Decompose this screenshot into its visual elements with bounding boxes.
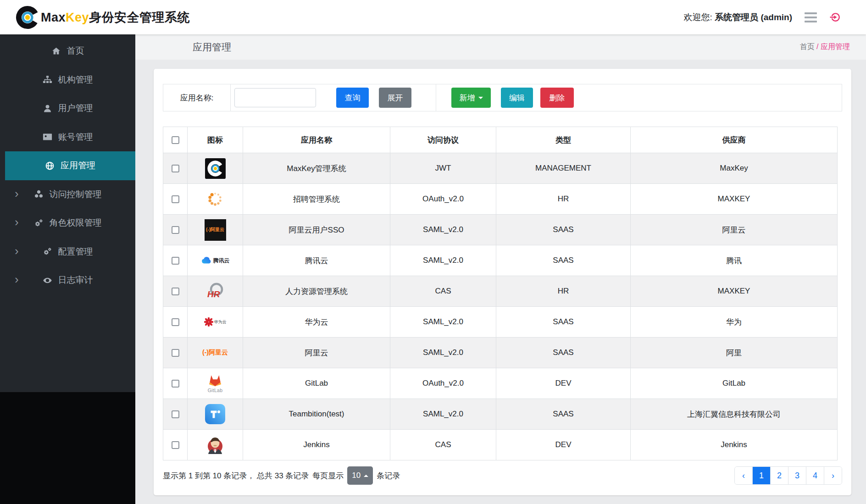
sidebar-item-home[interactable]: 首页 <box>0 37 135 66</box>
row-checkbox[interactable] <box>172 410 179 418</box>
pagination-prev[interactable]: ‹ <box>735 467 752 484</box>
vendor-cell: Jenkins <box>631 430 838 460</box>
type-cell: SAAS <box>496 245 631 276</box>
add-button[interactable]: 新增 <box>451 88 491 108</box>
vendor-cell: MaxKey <box>631 153 838 184</box>
table-row: HR人力资源管理系统CASHRMAXKEY <box>163 276 838 307</box>
tencent-cloud-icon: 腾讯云 <box>188 256 243 265</box>
row-checkbox[interactable] <box>172 380 179 388</box>
pagination-page-3[interactable]: 3 <box>788 467 806 484</box>
table-row: Teambition(test)SAML_v2.0SAAS上海汇翼信息科技有限公… <box>163 399 838 430</box>
table-header-row: 图标 应用名称 访问协议 类型 供应商 <box>163 127 838 153</box>
sidebar-item-label: 首页 <box>67 45 84 57</box>
sidebar-item-label: 应用管理 <box>61 160 95 172</box>
pagination-page-2[interactable]: 2 <box>770 467 788 484</box>
caret-up-icon <box>364 475 368 477</box>
brand[interactable]: MaxKey身份安全管理系统 <box>16 6 190 29</box>
row-checkbox[interactable] <box>172 257 179 265</box>
sidebar-item-app[interactable]: 应用管理 <box>5 151 135 180</box>
select-all-checkbox[interactable] <box>172 136 179 144</box>
table-row: (-)阿里云阿里云SAML_v2.0SAAS阿里 <box>163 338 838 368</box>
row-checkbox[interactable] <box>172 165 179 172</box>
type-cell: MANAGEMENT <box>496 153 631 184</box>
sidebar-item-config[interactable]: ›配置管理 <box>0 238 135 266</box>
gitlab-icon: GitLab <box>188 374 243 393</box>
aliyun-dark-icon: (-)阿里云 <box>188 219 243 241</box>
app-name-cell: 腾讯云 <box>243 245 390 276</box>
page-size-value: 10 <box>352 471 361 480</box>
sidebar-item-org[interactable]: 机构管理 <box>0 66 135 94</box>
app-name-cell: 阿里云 <box>243 338 390 368</box>
col-header-vendor: 供应商 <box>631 127 838 153</box>
vendor-cell: MAXKEY <box>631 184 838 215</box>
table-row: JenkinsCASDEVJenkins <box>163 430 838 460</box>
sidebar-item-label: 配置管理 <box>58 246 93 258</box>
app-name-cell: 人力资源管理系统 <box>243 276 390 307</box>
app-name-label: 应用名称: <box>163 84 231 111</box>
teambition-icon <box>188 404 243 424</box>
breadcrumb-current: 应用管理 <box>821 43 850 50</box>
sidebar-item-label: 日志审计 <box>58 274 93 286</box>
logout-icon[interactable] <box>829 11 841 23</box>
protocol-cell: SAML_v2.0 <box>390 399 496 430</box>
sidebar: 首页机构管理用户管理账号管理应用管理›访问控制管理›角色权限管理›配置管理›日志… <box>0 34 135 504</box>
menu-toggle-icon[interactable] <box>805 12 817 22</box>
sitemap-icon <box>43 75 52 84</box>
caret-down-icon <box>478 97 483 99</box>
gears-icon <box>34 218 44 228</box>
main-area: 应用管理 首页 / 应用管理 应用名称: 查询 展开 新增 编辑 删除 <box>135 34 866 504</box>
row-checkbox[interactable] <box>172 318 179 326</box>
home-icon <box>51 46 61 56</box>
app-name-cell: MaxKey管理系统 <box>243 153 390 184</box>
sidebar-item-access[interactable]: ›访问控制管理 <box>0 180 135 209</box>
page-title: 应用管理 <box>193 41 231 54</box>
protocol-cell: JWT <box>390 153 496 184</box>
app-title: MaxKey身份安全管理系统 <box>41 9 190 26</box>
toolbar-divider <box>436 84 436 111</box>
chevron-right-icon: › <box>15 272 19 287</box>
chevron-right-icon: › <box>15 244 19 258</box>
row-checkbox[interactable] <box>172 288 179 295</box>
edit-button[interactable]: 编辑 <box>501 88 533 108</box>
protocol-cell: SAML_v2.0 <box>390 338 496 368</box>
row-checkbox[interactable] <box>172 226 179 234</box>
sidebar-item-account[interactable]: 账号管理 <box>0 123 135 152</box>
spinner-dots-icon <box>188 190 243 208</box>
vendor-cell: GitLab <box>631 368 838 399</box>
table-row: 腾讯云腾讯云SAML_v2.0SAAS腾讯 <box>163 245 838 276</box>
page-size-dropdown[interactable]: 10 <box>347 466 373 485</box>
pagination-page-1[interactable]: 1 <box>752 467 770 484</box>
sidebar-item-label: 用户管理 <box>58 102 93 114</box>
aliyun-orange-icon: (-)阿里云 <box>188 349 243 357</box>
breadcrumb-home[interactable]: 首页 <box>800 43 815 50</box>
delete-button[interactable]: 删除 <box>540 88 574 108</box>
row-checkbox[interactable] <box>172 441 179 449</box>
col-header-type: 类型 <box>496 127 631 153</box>
expand-button[interactable]: 展开 <box>379 88 411 108</box>
top-header-bar: MaxKey身份安全管理系统 欢迎您: 系统管理员 (admin) <box>0 0 866 34</box>
protocol-cell: SAML_v2.0 <box>390 307 496 338</box>
apps-table-body: MaxKey管理系统JWTMANAGEMENTMaxKey招聘管理系统OAuth… <box>163 153 838 460</box>
pagination-next[interactable]: › <box>824 467 842 484</box>
type-cell: DEV <box>496 430 631 460</box>
app-name-input[interactable] <box>234 88 316 107</box>
table-row: GitLabGitLabOAuth_v2.0DEVGitLab <box>163 368 838 399</box>
sidebar-item-role[interactable]: ›角色权限管理 <box>0 209 135 238</box>
col-header-protocol: 访问协议 <box>390 127 496 153</box>
sidebar-item-user[interactable]: 用户管理 <box>0 94 135 123</box>
query-button[interactable]: 查询 <box>336 88 369 108</box>
sidebar-item-audit[interactable]: ›日志审计 <box>0 266 135 295</box>
chevron-right-icon: › <box>15 215 19 229</box>
records-summary: 显示第 1 到第 10 条记录， 总共 33 条记录 <box>163 471 309 481</box>
gears-icon <box>43 247 52 256</box>
col-header-icon: 图标 <box>188 127 243 153</box>
search-toolbar: 应用名称: 查询 展开 新增 编辑 删除 <box>163 84 842 111</box>
sidebar-item-label: 角色权限管理 <box>50 217 102 229</box>
app-name-cell: 阿里云用户SSO <box>243 215 390 245</box>
table-row: (-)阿里云阿里云用户SSOSAML_v2.0SAAS阿里云 <box>163 215 838 245</box>
select-all-cell <box>163 127 188 153</box>
row-checkbox[interactable] <box>172 195 179 203</box>
pagination-page-4[interactable]: 4 <box>806 467 824 484</box>
row-checkbox[interactable] <box>172 349 179 357</box>
chevron-right-icon: › <box>15 186 19 200</box>
